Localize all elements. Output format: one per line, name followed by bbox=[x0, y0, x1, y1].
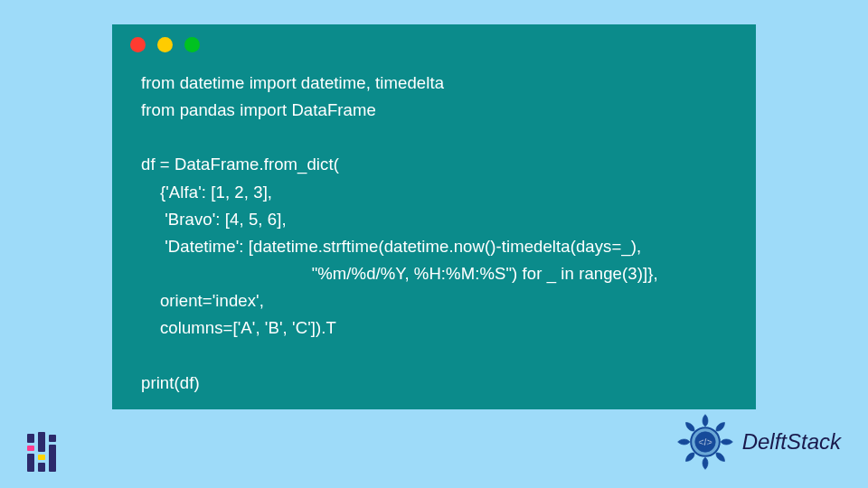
code-block: from datetime import datetime, timedelta… bbox=[112, 64, 756, 413]
left-logo-icon bbox=[18, 425, 65, 472]
brand-logo: </> DelftStack bbox=[675, 412, 841, 472]
close-icon[interactable] bbox=[130, 37, 146, 52]
brand-emblem-icon: </> bbox=[675, 412, 735, 472]
minimize-icon[interactable] bbox=[157, 37, 173, 52]
maximize-icon[interactable] bbox=[184, 37, 200, 52]
window-titlebar bbox=[112, 24, 756, 64]
brand-name: DelftStack bbox=[742, 429, 841, 455]
code-window: from datetime import datetime, timedelta… bbox=[112, 24, 756, 409]
svg-text:</>: </> bbox=[698, 436, 712, 447]
